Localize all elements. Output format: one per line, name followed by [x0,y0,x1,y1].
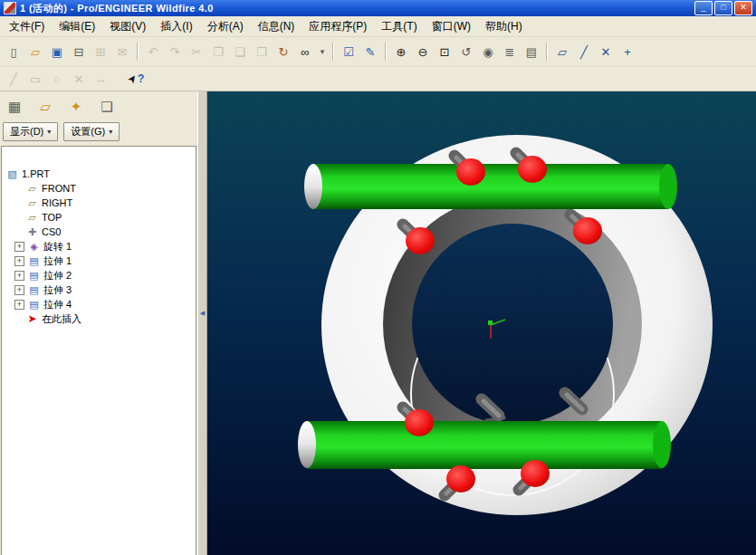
show-label: 显示(D) [10,125,43,139]
sketch-circle-button[interactable]: ○ [47,69,67,89]
smart-select-button[interactable]: ✎ [360,42,380,62]
save-button[interactable]: ▣ [47,42,67,62]
reorient-button[interactable]: ↺ [456,42,476,62]
zoom-in-button[interactable]: ⊕ [391,42,411,62]
sketch-circle-icon: ○ [53,72,61,86]
expand-icon[interactable]: + [14,285,24,295]
context-help-pointer: ➤ ? [128,72,144,85]
csys-icon: ✚ [26,226,38,238]
collapse-tree-button[interactable]: ◀ [198,301,206,325]
regenerate-icon: ↻ [279,45,289,59]
tree-item-cs0[interactable]: ✚ CS0 [2,225,196,239]
expand-icon[interactable]: + [14,256,24,266]
datum-plane-display-toggle[interactable]: ▱ [552,42,572,62]
toolbar-more-dropdown[interactable]: ▾ [317,42,328,62]
dimension-button[interactable]: ↔ [91,69,110,89]
csys-display-toggle[interactable]: + [617,42,637,62]
tree-item-label: CS0 [42,226,61,237]
add-folder-button[interactable]: ▱ [35,97,55,117]
datum-axis-display-toggle[interactable]: ╱ [574,42,594,62]
datum-point-display-toggle[interactable]: ✕ [596,42,616,62]
tree-item-front[interactable]: ▱ FRONT [2,181,196,196]
print-preview-button[interactable]: ⊞ [91,42,110,62]
redo-button[interactable]: ↷ [165,42,185,62]
sketch-rect-button[interactable]: ▭ [25,69,45,89]
tree-item-label: 在此插入 [42,312,81,326]
expand-icon[interactable]: + [14,271,24,281]
menu-applications[interactable]: 应用程序(P) [301,17,374,36]
settings-dropdown-button[interactable]: 设置(G) ▾ [63,122,120,141]
paste-button[interactable]: ❏ [230,42,250,62]
graphics-viewport[interactable] [207,91,756,555]
chevron-down-icon: ▾ [109,128,112,136]
zoom-out-button[interactable]: ⊖ [413,42,433,62]
favorites-button[interactable]: ✦ [66,97,86,117]
menu-edit[interactable]: 编辑(E) [52,17,102,36]
reorient-icon: ↺ [462,45,472,59]
regenerate-button[interactable]: ↻ [273,42,293,62]
green-tube-bottom[interactable] [298,421,671,469]
tree-switch-button[interactable]: ❏ [97,97,117,117]
menu-analysis[interactable]: 分析(A) [200,17,251,36]
tree-item-top[interactable]: ▱ TOP [2,210,196,225]
datum-plane-icon: ▱ [26,212,38,224]
minimize-button[interactable]: _ [694,1,713,15]
new-file-icon: ▯ [10,45,16,59]
paste-special-button[interactable]: ❒ [252,42,272,62]
tree-item-insert-here[interactable]: ➤ 在此插入 [2,311,196,326]
chevron-down-icon: ▾ [321,47,325,56]
send-button[interactable]: ✉ [112,42,132,62]
menu-view[interactable]: 视图(V) [102,17,153,36]
copy-button[interactable]: ❐ [208,42,228,62]
tree-filter-button[interactable]: ▦ [5,97,24,117]
model-tree: ▧ 1.PRT ▱ FRONT ▱ RIGHT ▱ TOP ✚ CS0 [1,146,196,555]
sketch-trim-button[interactable]: ✕ [69,69,89,89]
print-button[interactable]: ⊟ [69,42,89,62]
redo-icon: ↷ [170,45,180,59]
print-preview-icon: ⊞ [96,45,106,59]
toolbar-separator [546,43,548,61]
tree-item-label: 1.PRT [22,168,50,179]
menu-file[interactable]: 文件(F) [2,17,52,36]
tree-item-revolve-1[interactable]: + ◈ 旋转 1 [2,239,196,254]
tree-item-right[interactable]: ▱ RIGHT [2,196,196,210]
datum-plane-icon: ▱ [26,183,38,195]
datum-point-icon: ✕ [601,45,611,59]
part-icon: ▧ [6,168,18,180]
model-canvas[interactable] [207,91,756,555]
select-filter-button[interactable]: ☑ [339,42,359,62]
menu-window[interactable]: 窗口(W) [425,17,478,36]
maximize-button[interactable]: □ [714,1,732,15]
save-icon: ▣ [52,45,62,59]
dimension-icon: ↔ [95,72,107,86]
tree-switch-icon: ❏ [100,99,112,115]
sketch-line-icon: ╱ [10,72,17,86]
tree-item-extrude-3[interactable]: + ▤ 拉伸 3 [2,282,196,297]
green-tube-top[interactable] [304,164,677,209]
expand-icon[interactable]: + [14,300,24,310]
refit-button[interactable]: ⊡ [435,42,455,62]
tree-item-extrude-1[interactable]: + ▤ 拉伸 1 [2,254,196,268]
tree-grid-icon: ▦ [8,99,21,115]
close-button[interactable]: ✕ [734,1,752,15]
find-button[interactable]: ∞ [295,42,315,62]
menu-info[interactable]: 信息(N) [251,17,302,36]
open-file-button[interactable]: ▱ [25,42,45,62]
saved-views-button[interactable]: ◉ [478,42,498,62]
tree-item-part[interactable]: ▧ 1.PRT [2,167,196,181]
zoom-in-icon: ⊕ [397,45,407,59]
show-dropdown-button[interactable]: 显示(D) ▾ [3,122,58,141]
undo-button[interactable]: ↶ [143,42,163,62]
view-manager-button[interactable]: ▤ [522,42,541,62]
cut-button[interactable]: ✂ [187,42,206,62]
menu-tools[interactable]: 工具(T) [374,17,424,36]
tree-item-extrude-4[interactable]: + ▤ 拉伸 4 [2,297,196,311]
tree-item-extrude-2[interactable]: + ▤ 拉伸 2 [2,268,196,282]
layers-button[interactable]: ≣ [500,42,520,62]
sketch-line-button[interactable]: ╱ [4,69,24,89]
panel-splitter[interactable]: ◀ [197,91,207,555]
menu-insert[interactable]: 插入(I) [153,17,199,36]
expand-icon[interactable]: + [14,242,24,252]
menu-help[interactable]: 帮助(H) [478,17,530,36]
new-file-button[interactable]: ▯ [4,42,24,62]
